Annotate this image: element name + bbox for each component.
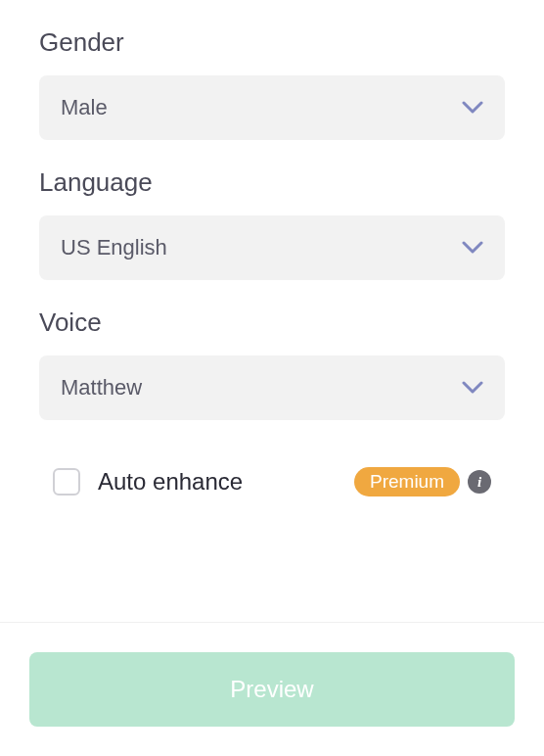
footer-bar: Preview [0, 622, 544, 756]
chevron-down-icon [462, 101, 483, 115]
gender-select[interactable]: Male [39, 75, 505, 140]
voice-select-value: Matthew [61, 375, 142, 401]
voice-settings-form: Gender Male Language US English Voice Ma… [0, 0, 544, 536]
chevron-down-icon [462, 381, 483, 395]
premium-badge-group: Premium i [354, 467, 491, 496]
language-field-group: Language US English [39, 167, 505, 280]
chevron-down-icon [462, 241, 483, 255]
gender-field-group: Gender Male [39, 27, 505, 140]
gender-label: Gender [39, 27, 505, 58]
language-label: Language [39, 167, 505, 198]
premium-badge: Premium [354, 467, 460, 496]
language-select-value: US English [61, 235, 167, 260]
auto-enhance-row: Auto enhance Premium i [39, 448, 505, 516]
voice-label: Voice [39, 307, 505, 338]
gender-select-value: Male [61, 95, 108, 120]
auto-enhance-label: Auto enhance [98, 468, 337, 496]
info-icon[interactable]: i [468, 470, 491, 494]
auto-enhance-checkbox[interactable] [53, 468, 80, 496]
voice-select[interactable]: Matthew [39, 355, 505, 420]
voice-field-group: Voice Matthew [39, 307, 505, 420]
preview-button[interactable]: Preview [29, 652, 515, 727]
language-select[interactable]: US English [39, 215, 505, 280]
